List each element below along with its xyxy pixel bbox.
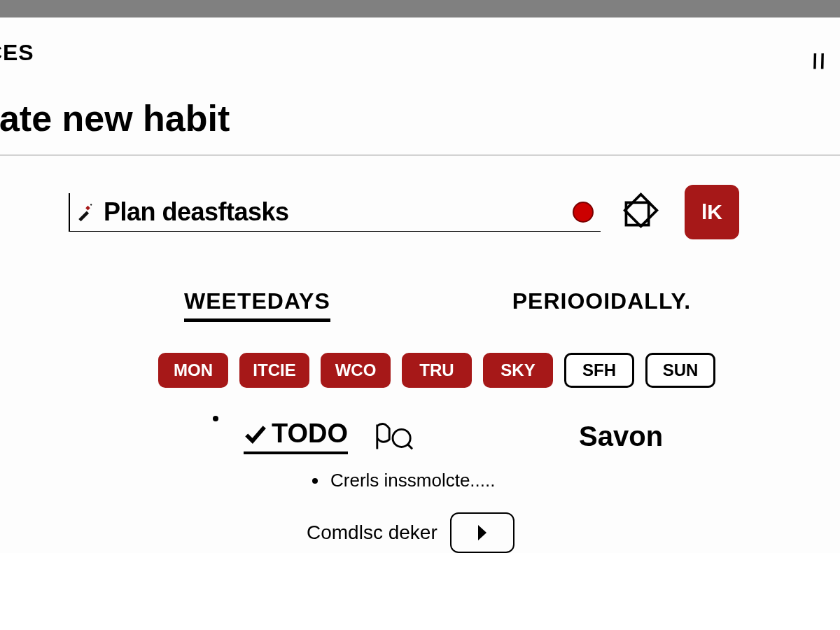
day-tue[interactable]: ITCIE <box>239 353 309 388</box>
habit-name-field[interactable] <box>69 193 601 232</box>
todo-label-text: TODO <box>272 419 348 449</box>
header-bar: ICES \ \ <box>0 18 840 78</box>
day-sat[interactable]: SFH <box>564 353 634 388</box>
stepper-next-button[interactable] <box>450 512 514 553</box>
day-thu[interactable]: TRU <box>402 353 472 388</box>
tab-weekdays[interactable]: WEETEDAYS <box>184 288 330 322</box>
bullet-icon <box>312 478 318 484</box>
habit-name-input[interactable] <box>104 197 573 227</box>
chevron-right-icon <box>475 524 490 542</box>
icon-picker-button[interactable]: lK <box>685 185 739 239</box>
svg-rect-1 <box>85 205 90 210</box>
check-icon <box>244 422 267 446</box>
day-mon[interactable]: MON <box>158 353 228 388</box>
day-sun[interactable]: SUN <box>645 353 715 388</box>
save-button[interactable]: Savon <box>579 421 663 452</box>
stepper-label: Comdlsc deker <box>307 522 438 544</box>
breadcrumb[interactable]: ICES <box>0 40 840 66</box>
svg-line-6 <box>407 444 412 449</box>
window-titlebar <box>0 0 840 17</box>
page-title: eate new habit <box>0 78 840 155</box>
other-type-option[interactable] <box>373 421 414 452</box>
weekday-selector: MON ITCIE WCO TRU SKY SFH SUN <box>69 353 798 388</box>
svg-point-2 <box>90 204 92 205</box>
category-icon[interactable] <box>620 190 665 234</box>
day-wed[interactable]: WCO <box>321 353 391 388</box>
day-fri[interactable]: SKY <box>483 353 553 388</box>
bullet-icon <box>213 416 218 421</box>
color-picker-dot[interactable] <box>573 202 594 223</box>
pencil-icon <box>76 202 95 222</box>
todo-type-option[interactable]: TODO <box>244 419 348 454</box>
hint-text: Crerls inssmolcte..... <box>330 470 496 491</box>
svg-rect-3 <box>625 195 657 227</box>
flag-icon <box>373 421 414 452</box>
tab-periodically[interactable]: PERIOOIDALLY. <box>512 288 691 322</box>
svg-rect-0 <box>78 211 89 221</box>
